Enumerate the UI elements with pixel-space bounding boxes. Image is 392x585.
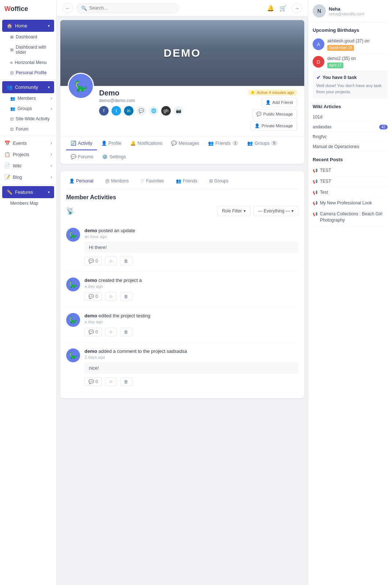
sidebar-forum[interactable]: ⊡ Forum [0,124,56,134]
active-dot [251,91,254,94]
comment-button-2[interactable]: 💬 0 [84,328,102,336]
subtab-personal[interactable]: 👤 Personal [66,177,96,185]
star-icon-0: ☆ [109,258,113,264]
favorite-button-3[interactable]: ☆ [105,377,117,386]
groups-tab-icon: 👥 [247,140,253,146]
linkedin-icon[interactable]: in [124,106,133,116]
sidebar-community[interactable]: 👥 Community ▾ [2,81,54,93]
forward-icon: → [295,5,299,11]
friends-tab-label: Friends [215,141,231,146]
cart-button[interactable]: 🛒 [279,5,287,12]
subtab-favorites[interactable]: ♡ Favorites [137,177,167,185]
dashboard-slider-label: Dashboard with slider [16,45,52,55]
favorite-button-0[interactable]: ☆ [105,257,117,265]
post-item-3[interactable]: 📢 My New Professional Look [313,198,388,209]
profile-details: Demo demo@demo.com f t in 💬 🌐 gh 📷 [99,86,248,116]
sidebar-dashboard-slider[interactable]: ⊞ Dashboard with slider [0,42,56,57]
tab-settings[interactable]: ⚙️ Settings [98,150,130,164]
subtab-friends[interactable]: 👥 Friends [173,177,200,185]
profile-tab-icon: 👤 [101,140,107,146]
projects-label: Projects [13,152,29,157]
tab-messages[interactable]: 💬 Messages [167,137,204,150]
wiki-name-3[interactable]: Manual de Operaciones [313,144,359,149]
comment-icon-1: 💬 [88,294,94,299]
logo-w: W [4,5,11,12]
instagram-icon[interactable]: 📷 [174,106,183,116]
post-item-2[interactable]: 📢 Test [313,187,388,198]
private-message-label: Private Message [261,124,293,128]
activity-body-0: Hi there! [84,242,298,253]
birthday-avatar-1: D [313,56,324,68]
everything-filter-button[interactable]: — Everything — ▾ [253,206,298,216]
tab-friends[interactable]: 👥 Friends 1 [204,137,243,150]
home-icon: 🏠 [7,23,12,29]
public-message-button[interactable]: 💬 Public Message [252,109,297,119]
star-icon-1: ☆ [109,294,113,299]
cover-overlay: DEMO [60,20,304,86]
profile-cover: DEMO [60,20,304,86]
sidebar-blog[interactable]: 📝 Blog › [0,171,56,183]
post-icon-2: 📢 [313,190,318,195]
sidebar-site-wide-activity[interactable]: ⊡ Site-Wide Activity [0,114,56,124]
right-user: N Neha neha@xtendify.com [313,4,388,22]
sidebar-groups[interactable]: 👥 Groups › [0,103,56,114]
skype-icon[interactable]: 💬 [136,106,146,116]
delete-button-3[interactable]: 🗑 [120,377,132,386]
forward-button[interactable]: → [292,3,302,13]
profile-avatar: 🦕 [68,73,94,99]
sidebar-events[interactable]: 📅 Events › [0,137,56,149]
sidebar-home[interactable]: 🏠 Home ▾ [2,20,54,32]
comment-button-0[interactable]: 💬 0 [84,257,102,265]
sidebar-dashboard[interactable]: ⊞ Dashboard [0,32,56,42]
tab-activity[interactable]: 🔄 Activity [66,137,97,150]
delete-button-0[interactable]: 🗑 [120,257,132,265]
birthday-username-1: demo2 [327,56,341,61]
sidebar-members-map[interactable]: Members Map [0,198,56,208]
main-content: ← 🔍 🔔 🛒 → DEMO 🦕 [57,0,308,585]
subtab-groups[interactable]: ⊞ Groups [206,177,231,185]
wiki-name-2[interactable]: fhngfvc [313,134,327,139]
community-icon: 👥 [7,84,12,90]
sidebar-wiki[interactable]: 📄 Wiki › [0,160,56,171]
tab-profile[interactable]: 👤 Profile [97,137,126,150]
star-icon-2: ☆ [109,329,113,335]
notification-button[interactable]: 🔔 [267,5,274,12]
comment-button-1[interactable]: 💬 0 [84,292,102,301]
post-item-0[interactable]: 📢 TEST [313,165,388,176]
delete-button-2[interactable]: 🗑 [120,328,132,336]
wiki-name-0[interactable]: 101d [313,114,323,120]
add-friend-button[interactable]: 👤 Add Friend [261,98,297,107]
search-input[interactable] [89,5,174,11]
favorite-button-1[interactable]: ☆ [105,292,117,301]
trash-icon-0: 🗑 [124,258,128,264]
back-icon: ← [65,5,70,11]
post-item-1[interactable]: 📢 TEST [313,176,388,187]
sidebar-members[interactable]: 👥 Members › [0,93,56,103]
back-button[interactable]: ← [63,3,73,13]
member-activities-title: Member Activities [66,194,298,201]
members-map-label: Members Map [10,201,38,206]
sidebar-projects[interactable]: 📋 Projects › [0,149,56,160]
website-icon[interactable]: 🌐 [149,106,158,116]
tab-groups[interactable]: 👥 Groups 5 [243,137,282,150]
mentions-icon: @ [105,178,109,184]
favorite-button-2[interactable]: ☆ [105,328,117,336]
tab-notifications[interactable]: 🔔 Notifications [126,137,167,150]
sidebar-horizontal-menu[interactable]: ≡ Horizontal Menu [0,57,56,68]
post-item-4[interactable]: 📢 Camera Collections : Beach Girl Photog… [313,209,388,226]
activity-text-2: demo edited the project testing [84,313,298,318]
github-icon[interactable]: gh [161,106,171,116]
subtab-mentions[interactable]: @ Mentions [102,177,132,185]
delete-button-1[interactable]: 🗑 [120,292,132,301]
tab-forums[interactable]: 💬 Forums [66,150,98,164]
role-filter-button[interactable]: Role Filter ▾ [217,206,250,216]
private-message-button[interactable]: 👤 Private Message [250,121,297,131]
twitter-icon[interactable]: t [112,106,121,116]
sidebar-features[interactable]: ✏️ Features ▾ [2,186,54,198]
wiki-name-1[interactable]: asdasdas [313,124,331,129]
facebook-icon[interactable]: f [99,106,109,116]
activity-item-1: 🦕 demo created the project a a day ago 💬… [66,272,298,307]
site-wide-label: Site-Wide Activity [16,116,50,121]
comment-button-3[interactable]: 💬 0 [84,377,102,386]
sidebar-personal-profile[interactable]: ⊡ Personal Profile [0,68,56,78]
